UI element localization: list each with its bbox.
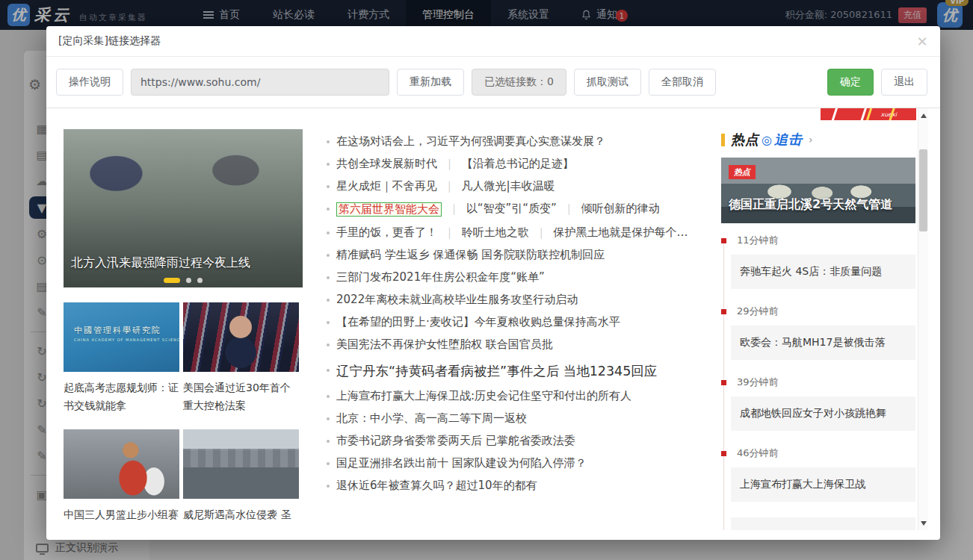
embedded-webpage: xuexi 北方入汛来最强降雨过程今夜上线 中國管理科學研究院CHINA ACA…	[46, 108, 940, 530]
hot-news-card[interactable]: 热点 德国正重启北溪2号天然气管道	[721, 158, 915, 223]
scrollbar-thumb[interactable]	[919, 149, 927, 231]
grab-test-button[interactable]: 抓取测试	[574, 69, 641, 96]
headline-item: 第六届世界智能大会｜以“智变”引“质变”｜倾听创新的律动	[327, 202, 704, 217]
headline-link[interactable]: 星火成炬｜不舍再见	[336, 180, 437, 193]
target-icon: ◎	[762, 133, 772, 147]
headline-link[interactable]: 北京：中小学、高一高二等下周一返校	[336, 412, 527, 425]
bullet-icon	[327, 185, 330, 188]
modal-toolbar: 操作说明 重新加载 已选链接数：0 抓取测试 全部取消 确定 退出	[46, 57, 940, 108]
bullet-icon	[327, 208, 330, 211]
headline-list: 在这场对话会上，习近平为何强调要真心实意谋发展？共创全球发展新时代｜【沿着总书记…	[327, 135, 704, 502]
promo-banner-fragment[interactable]: xuexi	[821, 108, 916, 120]
headline-item: 【在希望的田野上·麦收记】今年夏粮收购总量保持高水平	[327, 316, 704, 329]
headline-item: 市委书记跻身省委常委两天后 已掌舵省委政法委	[327, 435, 704, 447]
section-accent-bar	[721, 134, 725, 146]
carousel-dot[interactable]	[164, 278, 180, 283]
headline-item: 美国宪法不再保护女性堕胎权 联合国官员批	[327, 338, 704, 351]
thumb-image-img-basketball[interactable]	[64, 429, 179, 499]
thumb-caption[interactable]: 威尼斯遇高水位侵袭 圣	[183, 505, 299, 523]
carousel-dot[interactable]	[186, 278, 191, 283]
close-icon[interactable]	[913, 32, 931, 50]
hot-item-title[interactable]: 上海宣布打赢大上海保卫战	[731, 467, 915, 502]
headline-link[interactable]: 2022年离校未就业高校毕业生服务攻坚行动启动	[336, 293, 578, 306]
bullet-icon	[327, 462, 330, 465]
headline-link[interactable]: 【在希望的田野上·麦收记】今年夏粮收购总量保持高水平	[336, 316, 620, 329]
bullet-icon	[327, 231, 330, 234]
hot-news-item: 11分钟前奔驰车起火 4S店：非质量问题	[721, 234, 915, 289]
headline-item: 星火成炬｜不舍再见｜凡人微光|丰收温暖	[327, 180, 704, 193]
headline-link[interactable]: 三部门发布2021年住房公积金年度“账单”	[336, 271, 545, 284]
thumb-caption[interactable]: 中国三人男篮止步小组赛	[64, 505, 179, 523]
carousel-caption[interactable]: 北方入汛来最强降雨过程今夜上线	[71, 255, 250, 271]
headline-link[interactable]: 以“智变”引“质变”	[466, 202, 557, 215]
screen: 优 采云 自动文章采集器 首页站长必读计费方式管理控制台系统设置 通知 1 积分…	[0, 0, 973, 560]
headline-item: 三部门发布2021年住房公积金年度“账单”	[327, 271, 704, 284]
headline-link[interactable]: 凡人微光|丰收温暖	[461, 180, 555, 193]
headline-link[interactable]: 市委书记跻身省委常委两天后 已掌舵省委政法委	[336, 435, 575, 447]
modal-title: [定向采集]链接选择器	[58, 34, 161, 48]
bullet-icon	[327, 140, 330, 143]
thumb-image-img-academy[interactable]: 中國管理科學研究院CHINA ACADEMY OF MANAGEMENT SCI…	[64, 302, 179, 372]
headline-separator: ｜	[444, 180, 455, 193]
bullet-icon	[327, 369, 330, 372]
hot-news-item: 46分钟前上海宣布打赢大上海保卫战	[721, 447, 915, 502]
confirm-button[interactable]: 确定	[827, 69, 874, 96]
carousel-dots[interactable]	[64, 278, 303, 283]
hot-news-item: 39分钟前成都地铁回应女子对小孩跳艳舞	[721, 376, 915, 431]
bullet-icon	[327, 417, 330, 420]
thumb-image-img-venice[interactable]	[183, 429, 299, 499]
headline-link[interactable]: 倾听创新的律动	[581, 202, 660, 215]
hot-item-time: 39分钟前	[721, 376, 915, 389]
timeline-marker-icon	[721, 451, 726, 456]
hot-item-time: 29分钟前	[721, 305, 915, 318]
headline-separator: ｜	[444, 158, 455, 170]
scroll-up-arrow[interactable]	[918, 110, 929, 121]
thumb-caption[interactable]: 美国会通过近30年首个重大控枪法案	[183, 379, 299, 414]
headline-link[interactable]: 在这场对话会上，习近平为何强调要真心实意谋发展？	[336, 135, 605, 148]
headline-item: 精准赋码 学生返乡 保通保畅 国务院联防联控机制回应	[327, 249, 704, 261]
headline-link[interactable]: 【沿着总书记的足迹】	[462, 158, 574, 170]
headline-item: 辽宁丹东“持黄码者看病被拦”事件之后 当地12345回应	[327, 364, 704, 379]
headline-item: 退休近6年被查算久吗？超过10年的都有	[327, 479, 704, 492]
headline-link[interactable]: 辽宁丹东“持黄码者看病被拦”事件之后 当地12345回应	[336, 364, 657, 379]
bullet-icon	[327, 395, 330, 398]
carousel-dot[interactable]	[197, 278, 203, 283]
headline-link[interactable]: 国足亚洲排名跌出前十 国家队建设为何陷入停滞？	[336, 457, 587, 470]
news-thumb[interactable]: 中國管理科學研究院CHINA ACADEMY OF MANAGEMENT SCI…	[64, 302, 179, 414]
news-thumb[interactable]: 中国三人男篮止步小组赛	[64, 429, 179, 523]
exit-button[interactable]: 退出	[881, 69, 927, 96]
headline-link[interactable]: 上海宣布打赢大上海保卫战:历史会记住坚守和付出的所有人	[336, 390, 631, 402]
headline-link[interactable]: 聆听土地之歌	[462, 226, 529, 239]
url-input[interactable]	[131, 69, 389, 96]
bullet-icon	[327, 485, 330, 488]
headline-separator: ｜	[536, 226, 547, 239]
headline-separator: ｜	[444, 226, 455, 239]
hot-news-item: 29分钟前欧委会：马航MH17是被俄击落	[721, 305, 915, 360]
scroll-down-arrow[interactable]	[918, 517, 929, 529]
thumb-image-img-biden[interactable]	[183, 302, 299, 372]
carousel-image[interactable]: 北方入汛来最强降雨过程今夜上线	[64, 129, 303, 287]
headline-link[interactable]: 手里的饭，更香了！	[336, 226, 437, 239]
hot-item-title[interactable]: 成都地铁回应女子对小孩跳艳舞	[731, 396, 915, 431]
headline-link[interactable]: 保护黑土地就是保护每个…	[553, 226, 688, 239]
news-thumb[interactable]: 美国会通过近30年首个重大控枪法案	[183, 302, 299, 414]
headline-link[interactable]: 美国宪法不再保护女性堕胎权 联合国官员批	[336, 338, 553, 351]
hot-badge: 热点	[729, 165, 756, 179]
headline-link-selected[interactable]: 第六届世界智能大会	[336, 202, 442, 217]
reload-button[interactable]: 重新加载	[397, 69, 464, 96]
vertical-scrollbar[interactable]	[918, 108, 928, 530]
hot-item-title[interactable]: 欧委会：马航MH17是被俄击落	[731, 326, 915, 360]
headline-link[interactable]: 共创全球发展新时代	[336, 158, 437, 170]
thumb-caption[interactable]: 起底高考志愿规划师：证书交钱就能拿	[64, 379, 179, 414]
hot-item-title[interactable]: 奔驰车起火 4S店：非质量问题	[731, 255, 915, 289]
timeline-marker-icon	[721, 380, 726, 385]
cancel-all-button[interactable]: 全部取消	[649, 69, 716, 96]
hot-section-header[interactable]: 热点 ◎ 追击 ›	[721, 131, 915, 149]
hot-item-partial	[731, 517, 915, 530]
headline-link[interactable]: 退休近6年被查算久吗？超过10年的都有	[336, 479, 537, 492]
bullet-icon	[327, 254, 330, 257]
headline-link[interactable]: 精准赋码 学生返乡 保通保畅 国务院联防联控机制回应	[336, 249, 605, 261]
timeline-marker-icon	[721, 238, 726, 243]
help-button[interactable]: 操作说明	[56, 69, 123, 96]
news-thumb[interactable]: 威尼斯遇高水位侵袭 圣	[183, 429, 299, 523]
